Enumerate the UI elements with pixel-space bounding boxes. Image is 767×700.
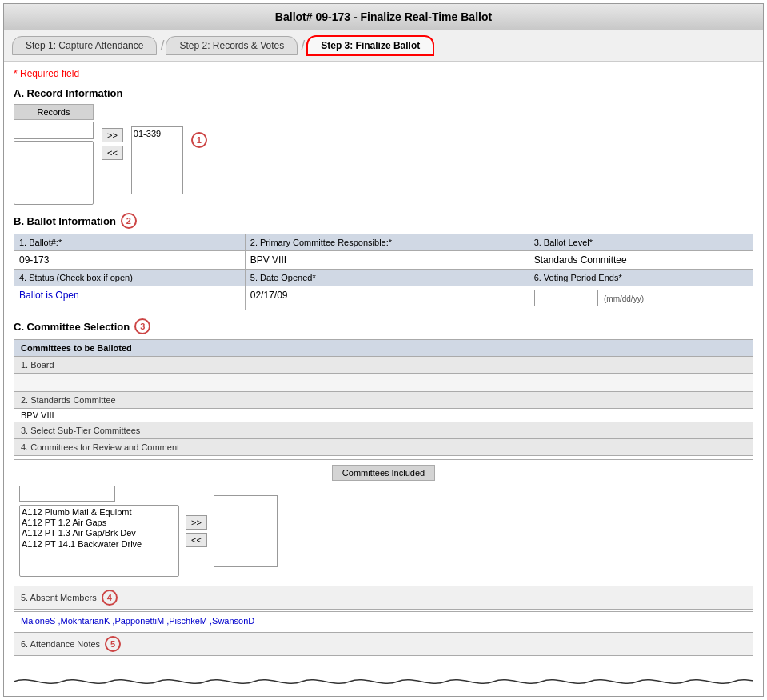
status-header: 4. Status (Check box if open) — [14, 270, 246, 286]
records-list-container: Records — [14, 104, 94, 205]
absent-members-value-row: MaloneS ,MokhtarianK ,PapponettiM ,Pisch… — [14, 611, 753, 630]
squiggle-svg — [14, 674, 753, 690]
tab-step1[interactable]: Step 1: Capture Attendance — [12, 36, 157, 55]
comm-arrow-buttons: >> << — [186, 515, 207, 547]
backward-arrow-button[interactable]: << — [102, 146, 123, 160]
comm-selected-box — [214, 495, 278, 567]
records-section: Records >> << 01-339 1 — [14, 104, 753, 205]
committee1-row: 1. Board — [14, 357, 753, 374]
committees-listbox[interactable]: A112 Plumb Matl & Equipmt A112 PT 1.2 Ai… — [19, 505, 179, 577]
arrow-buttons: >> << — [102, 128, 123, 160]
section-b-label: B. Ballot Information — [14, 215, 116, 227]
comm-forward-button[interactable]: >> — [186, 515, 207, 530]
section-a-header: A. Record Information — [14, 87, 753, 99]
status-value: Ballot is Open — [14, 286, 246, 310]
records-button[interactable]: Records — [14, 104, 94, 120]
badge-2: 2 — [121, 213, 137, 229]
voting-period-input[interactable] — [534, 290, 598, 306]
committees-to-ballot-header: Committees to be Balloted — [14, 340, 753, 357]
section-a-label: A. Record Information — [14, 87, 123, 99]
committees-search-input[interactable] — [19, 486, 115, 502]
badge-1: 1 — [191, 132, 207, 148]
date-hint: (mm/dd/yy) — [604, 294, 644, 303]
step-divider-2: / — [301, 38, 305, 54]
committee2-row: 2. Standards Committee — [14, 392, 753, 409]
listbox-item-1: A112 PT 1.2 Air Gaps — [22, 518, 177, 528]
badge-4: 4 — [102, 590, 118, 606]
committee1-empty — [14, 374, 753, 392]
ballot-level-header: 3. Ballot Level* — [529, 234, 753, 251]
selected-records-box: 01-339 — [131, 126, 183, 194]
page-header: Ballot# 09-173 - Finalize Real-Time Ball… — [4, 4, 763, 30]
forward-arrow-button[interactable]: >> — [102, 128, 123, 142]
selected-records-container: 01-339 — [131, 126, 183, 194]
page-title: Ballot# 09-173 - Finalize Real-Time Ball… — [275, 10, 492, 23]
ballot-num-value: 09-173 — [14, 251, 246, 270]
primary-committee-header: 2. Primary Committee Responsible:* — [245, 234, 529, 251]
tab-step3[interactable]: Step 3: Finalize Ballot — [306, 35, 434, 56]
committee3-row: 3. Select Sub-Tier Committees — [14, 422, 753, 439]
committees-included-header: Committees Included — [19, 465, 748, 481]
voting-period-header: 6. Voting Period Ends* — [529, 270, 753, 286]
absent-members-section: 5. Absent Members 4 — [14, 586, 753, 610]
committees-included-area: Committees Included A112 Plumb Matl & Eq… — [14, 459, 753, 582]
listbox-item-3: A112 PT 14.1 Backwater Drive — [22, 539, 177, 550]
ballot-num-header: 1. Ballot#:* — [14, 234, 246, 251]
committee4-row: 4. Committees for Review and Comment — [14, 439, 753, 456]
comm-left: A112 Plumb Matl & Equipmt A112 PT 1.2 Ai… — [19, 486, 179, 577]
badge-3: 3 — [134, 318, 150, 334]
attendance-notes-label: 6. Attendance Notes — [21, 639, 100, 649]
date-opened-value: 02/17/09 — [245, 286, 529, 310]
committees-included-button[interactable]: Committees Included — [332, 465, 435, 481]
section-b-header: B. Ballot Information 2 — [14, 213, 753, 229]
badge-5: 5 — [105, 636, 121, 652]
primary-committee-value: BPV VIII — [245, 251, 529, 270]
attendance-notes-section: 6. Attendance Notes 5 — [14, 632, 753, 656]
section-c-header: C. Committee Selection 3 — [14, 318, 753, 334]
comm-backward-button[interactable]: << — [186, 533, 207, 547]
ballot-level-value: Standards Committee — [529, 251, 753, 270]
committees-inner: A112 Plumb Matl & Equipmt A112 PT 1.2 Ai… — [19, 486, 748, 577]
listbox-item-0: A112 Plumb Matl & Equipmt — [22, 507, 177, 518]
voting-period-cell: (mm/dd/yy) — [529, 286, 753, 310]
listbox-item-2: A112 PT 1.3 Air Gap/Brk Dev — [22, 528, 177, 538]
page-wrapper: Ballot# 09-173 - Finalize Real-Time Ball… — [3, 3, 764, 697]
ballot-info-table: 1. Ballot#:* 2. Primary Committee Respon… — [14, 234, 753, 310]
step-divider-1: / — [160, 38, 164, 54]
bottom-squiggle — [14, 674, 753, 690]
steps-bar: Step 1: Capture Attendance / Step 2: Rec… — [4, 30, 763, 62]
attendance-notes-content — [14, 658, 753, 670]
committee-table: Committees to be Balloted 1. Board 2. St… — [14, 339, 753, 456]
records-listbox[interactable] — [14, 141, 94, 205]
records-search-input[interactable] — [14, 122, 94, 139]
date-opened-header: 5. Date Opened* — [245, 270, 529, 286]
required-field-note: * Required field — [14, 68, 753, 79]
tab-step2[interactable]: Step 2: Records & Votes — [166, 36, 298, 55]
selected-record-value: 01-339 — [134, 129, 181, 138]
content-area: * Required field A. Record Information R… — [4, 62, 763, 696]
absent-members-value: MaloneS ,MokhtarianK ,PapponettiM ,Pisch… — [21, 616, 254, 626]
section-c-label: C. Committee Selection — [14, 321, 130, 333]
committee2-sub: BPV VIII — [14, 409, 753, 422]
absent-members-label: 5. Absent Members — [21, 593, 97, 602]
